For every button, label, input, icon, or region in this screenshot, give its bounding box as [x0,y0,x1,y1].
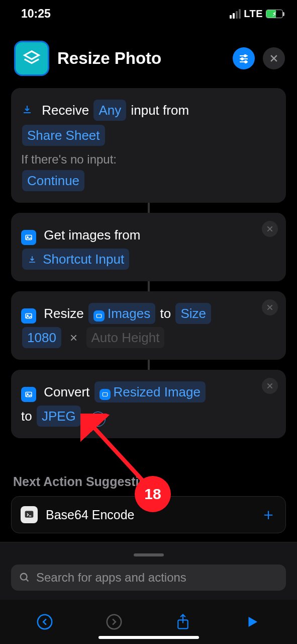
home-indicator[interactable] [98,636,199,639]
photos-icon [21,387,36,402]
network-label: LTE [244,8,263,20]
shortcut-input-token[interactable]: Shortcut Input [22,249,129,270]
resize-height-token[interactable]: Auto Height [86,327,165,348]
svg-rect-16 [96,314,101,318]
status-right: LTE ⚡︎ [230,8,283,20]
search-input[interactable]: Search for apps and actions [11,565,286,591]
resize-times: × [70,326,77,350]
connector [148,360,150,370]
svg-point-27 [107,615,121,629]
svg-point-24 [21,574,27,580]
layers-icon [22,49,41,68]
convert-var-label: Resized Image [114,384,201,399]
convert-format-token[interactable]: JPEG [37,406,81,427]
share-icon [175,613,190,630]
shortcut-app-icon[interactable] [14,41,49,76]
shortcut-title[interactable]: Resize Photo [57,49,225,68]
photos-icon [21,230,36,245]
delete-action-button[interactable] [262,299,278,315]
convert-label: Convert [44,380,89,404]
receive-type-token[interactable]: Any [93,100,126,121]
photos-icon [100,389,111,400]
search-panel: Search for apps and actions [0,542,297,600]
no-input-label: If there's no input: [21,150,276,169]
resize-to: to [160,301,171,326]
expand-options-button[interactable] [90,412,106,427]
resize-images-label: Images [108,306,150,321]
undo-button[interactable] [34,611,56,633]
convert-action[interactable]: Convert Resized Image to JPEG [11,370,286,438]
connector [148,203,150,213]
input-icon [27,252,41,267]
battery-icon: ⚡︎ [266,10,283,18]
signal-icon [230,9,241,19]
shortcut-header: Resize Photo [0,24,297,88]
resize-size-token[interactable]: Size [175,303,211,324]
resize-action[interactable]: Resize Images to Size 1080 × Auto Height [11,291,286,360]
search-icon [19,572,30,583]
get-images-label: Get images from [44,223,140,247]
sliders-icon [238,52,250,64]
resize-images-token[interactable]: Images [88,303,155,324]
resize-label: Resize [44,301,83,326]
status-time: 10:25 [21,7,51,21]
redo-button[interactable] [103,611,125,633]
terminal-icon [21,506,38,523]
settings-button[interactable] [233,47,255,69]
annotation-badge: 18 [135,476,171,512]
share-button[interactable] [172,611,194,633]
photos-icon [21,308,36,324]
no-input-action-token[interactable]: Continue [22,170,84,191]
convert-to: to [21,404,32,428]
delete-action-button[interactable] [262,221,278,237]
run-button[interactable] [241,611,263,633]
add-suggestion-button[interactable]: ＋ [260,504,276,526]
svg-point-26 [38,615,52,629]
annotation-number: 18 [144,486,161,503]
svg-marker-29 [249,617,258,627]
close-icon [269,53,279,63]
status-bar: 10:25 LTE ⚡︎ [0,0,297,24]
delete-action-button[interactable] [262,378,278,394]
svg-line-25 [26,579,29,582]
download-icon [21,99,33,123]
receive-label: Receive [42,98,89,122]
play-icon [245,614,260,629]
svg-point-5 [245,61,247,63]
shortcut-input-label: Shortcut Input [43,252,124,267]
close-button[interactable] [263,47,285,69]
receive-source-token[interactable]: Share Sheet [22,125,105,146]
resize-width-token[interactable]: 1080 [22,327,61,348]
get-images-action[interactable]: Get images from Shortcut Input [11,213,286,281]
svg-point-3 [241,58,243,60]
svg-point-1 [244,55,246,57]
svg-rect-21 [103,393,107,396]
suggestion-label: Base64 Encode [46,508,135,522]
photos-icon [93,310,105,321]
drag-handle[interactable] [134,553,164,556]
receive-input-action[interactable]: Receive Any input from Share Sheet If th… [11,88,286,203]
redo-icon [106,613,123,630]
search-placeholder: Search for apps and actions [36,571,186,585]
connector [148,281,150,291]
convert-var-token[interactable]: Resized Image [94,381,206,403]
receive-mid: input from [131,98,189,122]
undo-icon [36,613,53,630]
chevron-right-icon [94,416,102,423]
